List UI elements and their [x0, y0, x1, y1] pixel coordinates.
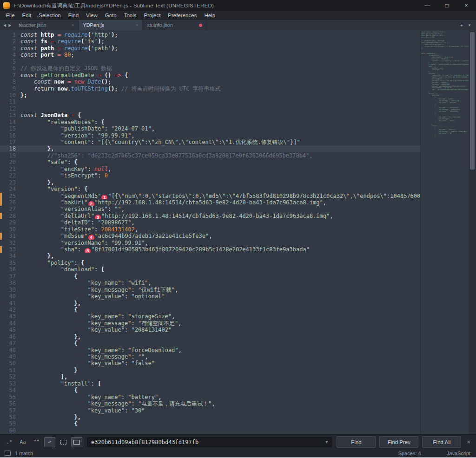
code-line-37[interactable]: 37 { — [0, 273, 421, 280]
code-line-25[interactable]: 25 "segmentMd5"1"[{\"num\":0,\"startpos\… — [0, 193, 421, 199]
find-prev-button[interactable]: Find Prev — [379, 436, 418, 448]
code-line-36[interactable]: 36 "download": [ — [0, 266, 421, 273]
code-line-41[interactable]: 41 }, — [0, 300, 421, 307]
code-line-39[interactable]: 39 "key_message": "仅wifi下载", — [0, 287, 421, 293]
code-line-13[interactable]: 13const JsonData = { — [0, 112, 421, 118]
code-line-14[interactable]: 14 "releaseNotes": { — [0, 119, 421, 125]
code-line-7[interactable]: 7const getFormattedDate = () => { — [0, 72, 421, 79]
code-line-49[interactable]: 49 "key_message": "", — [0, 353, 421, 360]
code-line-3[interactable]: 3const path = require('path'); — [0, 45, 421, 52]
regex-toggle-icon[interactable]: .* — [4, 437, 15, 447]
code-line-26[interactable]: 26 "bakUrl"2"http://192.168.1.48:14514/c… — [0, 199, 421, 206]
code-line-29[interactable]: 29 "deltaID": "20898627", — [0, 219, 421, 226]
code-line-59[interactable]: 59 { — [0, 420, 421, 427]
highlight-matches-toggle-icon[interactable] — [71, 437, 82, 447]
code-line-52[interactable]: 52 ], — [0, 373, 421, 380]
menu-item-edit[interactable]: Edit — [19, 11, 35, 20]
tab-stuinfo.json[interactable]: stuinfo.json — [143, 20, 207, 30]
find-all-button[interactable]: Find All — [422, 436, 461, 448]
find-panel-close-icon[interactable]: × — [465, 438, 472, 445]
tab-overflow-icon[interactable]: ▼ — [468, 23, 471, 27]
syntax-status[interactable]: JavaScript — [447, 451, 470, 456]
code-line-34[interactable]: 34 }, — [0, 253, 421, 259]
indentation-status[interactable]: Spaces: 4 — [398, 451, 421, 456]
code-line-53[interactable]: 53 "install": [ — [0, 380, 421, 387]
code-line-35[interactable]: 35 "policy": { — [0, 260, 421, 266]
code-line-45[interactable]: 45 "key_value": "2084131402" — [0, 327, 421, 333]
code-line-43[interactable]: 43 "key_name": "storageSize", — [0, 313, 421, 320]
menu-item-help[interactable]: Help — [200, 11, 219, 20]
code-line-33[interactable]: 33 "sha": 5"8f17001df905853b463f80720942… — [0, 246, 421, 253]
find-button[interactable]: Find — [337, 436, 376, 448]
code-line-55[interactable]: 55 "key_name": "battery", — [0, 394, 421, 400]
code-line-6[interactable]: 6// 假设这是你的自定义 JSON 数据 — [0, 65, 421, 72]
code-line-10[interactable]: 10}; — [0, 92, 421, 98]
code-line-22[interactable]: 22 "isEncrypt": 0 — [0, 172, 421, 179]
code-line-46[interactable]: 46 }, — [0, 334, 421, 340]
code-line-18[interactable]: 18 }, — [0, 145, 421, 152]
code-line-51[interactable]: 51 } — [0, 367, 421, 373]
menu-item-find[interactable]: Find — [65, 11, 82, 20]
menu-item-preferences[interactable]: Preferences — [164, 11, 200, 20]
code-line-27[interactable]: 27 "versionAlias": "", — [0, 206, 421, 212]
code-line-12[interactable]: 12 — [0, 105, 421, 112]
code-line-48[interactable]: 48 "key_name": "forceDownload", — [0, 347, 421, 353]
code-line-30[interactable]: 30 "fileSize": 2084131402, — [0, 226, 421, 233]
code-line-16[interactable]: 16 "version": "99.99.91", — [0, 132, 421, 139]
code-line-42[interactable]: 42 { — [0, 307, 421, 313]
code-line-5[interactable]: 5 — [0, 59, 421, 65]
code-line-23[interactable]: 23 }, — [0, 179, 421, 186]
code-line-8[interactable]: 8 const now = new Date(); — [0, 79, 421, 85]
tab-close-icon[interactable]: × — [135, 23, 138, 28]
tab-teacher.json[interactable]: teacher.json× — [14, 20, 79, 30]
code-line-47[interactable]: 47 { — [0, 340, 421, 347]
wrap-toggle-icon[interactable]: ↩ — [44, 437, 55, 447]
menu-item-goto[interactable]: Goto — [101, 11, 120, 20]
code-line-44[interactable]: 44 "key_message": "存储空间不足", — [0, 320, 421, 327]
code-line-9[interactable]: 9 return now.toUTCString(); // 将当前时间转换为 … — [0, 85, 421, 92]
code-line-17[interactable]: 17 "content": "[{\"country\":\"zh_CN\",\… — [0, 139, 421, 145]
code-line-24[interactable]: 24 "version": { — [0, 186, 421, 192]
code-line-32[interactable]: 32 "versionName": "99.99.91", — [0, 240, 421, 246]
code-line-20[interactable]: 20 "safe": { — [0, 159, 421, 165]
code-line-15[interactable]: 15 "publishDate": "2024-07-01", — [0, 125, 421, 132]
in-selection-toggle-icon[interactable] — [58, 437, 69, 447]
code-line-57[interactable]: 57 "key_value": "30" — [0, 407, 421, 414]
code-area[interactable]: 1const http = require('http');2const fs … — [0, 30, 421, 434]
code-line-4[interactable]: 4const port = 80; — [0, 52, 421, 58]
code-line-60[interactable]: 60 — [0, 427, 421, 434]
close-button[interactable]: × — [456, 0, 476, 11]
menu-item-view[interactable]: View — [82, 11, 101, 20]
minimize-button[interactable]: — — [417, 0, 437, 11]
code-line-2[interactable]: 2const fs = require('fs'); — [0, 38, 421, 45]
tab-scroll-left-icon[interactable]: ◀ — [3, 23, 6, 27]
code-line-38[interactable]: 38 "key_name": "wifi", — [0, 280, 421, 286]
menu-item-selection[interactable]: Selection — [35, 11, 64, 20]
new-tab-icon[interactable]: + — [460, 22, 463, 28]
menu-item-tools[interactable]: Tools — [120, 11, 140, 20]
code-line-50[interactable]: 50 "key_value": "false" — [0, 360, 421, 366]
code-line-56[interactable]: 56 "key_message": "电量不足，请充电后重试！", — [0, 400, 421, 407]
code-line-1[interactable]: 1const http = require('http'); — [0, 32, 421, 38]
tab-scroll-right-icon[interactable]: ▶ — [8, 23, 11, 27]
vertical-scrollbar[interactable] — [469, 30, 476, 434]
code-line-31[interactable]: 31 "md5sum"4"ac6c944b9d7adeb173a21e41c1e… — [0, 233, 421, 239]
tab-YDPen.js[interactable]: YDPen.js× — [79, 20, 143, 30]
maximize-button[interactable]: □ — [437, 0, 456, 11]
code-line-58[interactable]: 58 }, — [0, 414, 421, 420]
code-line-11[interactable]: 11 — [0, 98, 421, 105]
editor-pane[interactable]: 1const http = require('http');2const fs … — [0, 30, 476, 434]
whole-word-toggle-icon[interactable]: “” — [31, 437, 42, 447]
code-line-40[interactable]: 40 "key_value": "optional" — [0, 293, 421, 300]
scrollbar-thumb[interactable] — [470, 32, 475, 170]
case-sensitive-toggle-icon[interactable]: Aa — [17, 437, 28, 447]
menu-item-project[interactable]: Project — [140, 11, 165, 20]
code-line-21[interactable]: 21 "encKey": null, — [0, 166, 421, 172]
code-line-19[interactable]: 19 //"sha256": "d0233c2d7065c37ce059ca33… — [0, 152, 421, 159]
code-line-28[interactable]: 28 "deltaUrl"3"http://192.168.1.48:14514… — [0, 213, 421, 219]
code-line-54[interactable]: 54 { — [0, 387, 421, 393]
menu-item-file[interactable]: File — [2, 11, 19, 20]
minimap[interactable]: const http = require('http');const fs = … — [420, 30, 469, 434]
tab-close-icon[interactable]: × — [71, 23, 74, 28]
find-input[interactable] — [87, 437, 332, 447]
